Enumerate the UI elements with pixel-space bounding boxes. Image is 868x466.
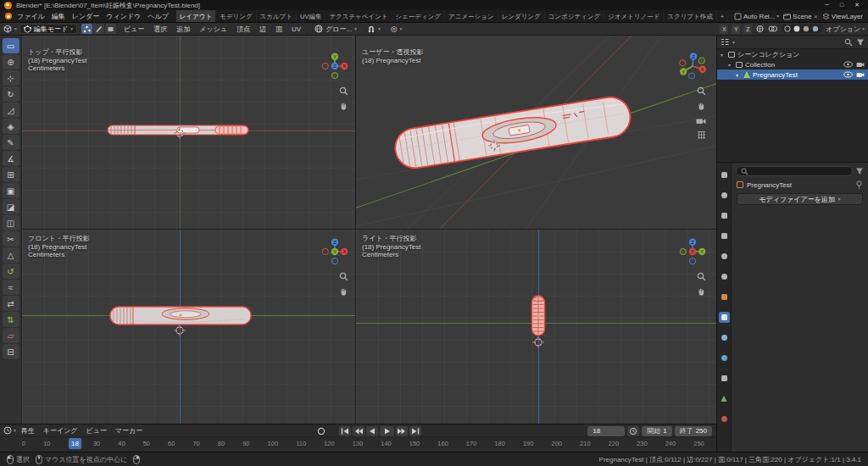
play-reverse-button[interactable] [366,426,378,436]
move-view-icon[interactable] [697,287,706,297]
workspace-tab-geometry-nodes[interactable]: ジオメトリノード [604,10,664,23]
rotate-tool[interactable]: ↻ [3,86,19,102]
jump-next-keyframe-button[interactable] [396,426,408,436]
scene-tab[interactable] [719,251,730,262]
scale-tool[interactable]: ◿ [3,103,19,118]
physics-tab[interactable] [719,352,730,363]
viewport-user[interactable]: ユーザー・透視投影 (18) PregnancyTest Z X Y [356,36,716,230]
smooth-tool[interactable]: ≈ [3,280,19,295]
jump-to-start-button[interactable] [339,426,351,436]
measure-tool[interactable]: ∡ [3,151,19,166]
solid-shading-icon[interactable] [793,25,800,32]
workspace-tab-uv[interactable]: UV編集 [297,10,326,23]
auto-rel-dropdown[interactable]: Auto Rel... ▾ [734,13,779,20]
breadcrumb-object-name[interactable]: PregnancyTest [747,181,792,189]
playhead[interactable]: 18 [69,438,81,449]
move-tool[interactable]: ⊹ [3,70,19,86]
object-data-tab[interactable] [719,393,730,404]
timeline-editor-icon[interactable] [3,426,12,435]
scene-selector[interactable]: Scene ✕ [783,13,818,20]
navigation-gizmo[interactable]: Y X Z [320,51,350,81]
current-frame-field[interactable]: 18 [587,426,625,436]
proportional-editing[interactable]: ◎ ▾ [391,25,403,33]
disable-render-icon[interactable] [856,61,865,68]
shear-tool[interactable]: ▱ [3,328,19,343]
outliner-row-collection[interactable]: ▾ Collection [717,59,868,69]
disclosure-icon[interactable]: ▾ [721,52,726,58]
workspace-tab-rendering[interactable]: レンダリング [498,10,545,23]
close-button[interactable]: ✕ [854,2,860,8]
tool-tab[interactable] [719,169,730,180]
search-icon[interactable] [844,38,853,47]
disclosure-icon[interactable]: ▾ [736,72,741,78]
zoom-icon[interactable] [697,272,706,281]
zoom-icon[interactable] [339,86,348,96]
move-view-icon[interactable] [339,287,348,297]
viewport-top[interactable]: トップ・平行投影 (18) PregnancyTest Centimeters … [22,36,356,230]
outliner-editor-icon[interactable] [721,38,729,46]
constraints-tab[interactable] [719,373,730,384]
hide-eye-icon[interactable] [843,61,853,68]
navigation-gizmo[interactable]: Z Y X [677,236,708,267]
outliner-row-scene-collection[interactable]: ▾ シーンコレクション [717,49,868,59]
pin-icon[interactable] [855,180,863,189]
filter-icon[interactable] [855,167,864,175]
zoom-icon[interactable] [339,272,348,281]
inset-faces-tool[interactable]: ▣ [3,183,19,198]
add-modifier-button[interactable]: モディファイアーを追加 ▾ [737,193,863,205]
start-frame-field[interactable]: 開始 1 [642,426,671,436]
view-layer-tab[interactable] [719,230,730,241]
disable-render-icon[interactable] [856,71,865,78]
cursor-tool[interactable]: ⊕ [3,54,19,69]
menu-view[interactable]: ビュー [83,426,110,435]
outliner-row-object[interactable]: ▾ PregnancyTest [717,69,868,80]
edge-slide-tool[interactable]: ⇄ [3,296,19,311]
workspace-tab-scripting[interactable]: スクリプト作成 [664,10,716,23]
material-tab[interactable] [719,413,730,424]
render-tab[interactable] [719,190,730,201]
poly-build-tool[interactable]: △ [3,247,19,263]
workspace-tab-animation[interactable]: アニメーション [445,10,498,23]
modifiers-tab[interactable] [719,312,730,323]
filter-icon[interactable] [856,38,865,47]
show-gizmo-icon[interactable] [755,25,765,33]
box-select-tool[interactable]: ▭ [3,38,19,53]
snapping-controls[interactable]: ▾ [367,25,381,33]
auto-keyframe-button[interactable] [315,426,327,436]
maximize-button[interactable]: □ [840,2,843,8]
menu-keying[interactable]: キーイング [40,426,81,435]
jump-to-end-button[interactable] [409,426,421,436]
viewport-front[interactable]: フロント・平行投影 (18) PregnancyTest Centimeters… [22,230,356,424]
timeline-ruler[interactable]: 0 10 20 30 40 50 60 70 80 90 100 110 120… [0,437,716,452]
add-workspace-button[interactable]: + [717,10,728,23]
zoom-icon[interactable] [697,86,706,96]
move-view-icon[interactable] [697,102,706,111]
view-layer-selector[interactable]: ViewLayer [822,13,863,20]
menu-window[interactable]: ウィンドウ [103,12,144,21]
viewport-right[interactable]: ライト・平行投影 (18) PregnancyTest Centimeters … [356,230,716,424]
workspace-tab-sculpting[interactable]: スカルプト [257,10,297,23]
edge-select-button[interactable] [93,24,104,34]
editor-type-icon[interactable] [3,25,12,33]
menu-edge[interactable]: 辺 [256,25,270,34]
menu-uv[interactable]: UV [288,25,304,33]
face-select-button[interactable] [105,24,116,34]
blender-menu-icon[interactable] [5,13,12,19]
rip-region-tool[interactable]: ⊟ [3,344,19,359]
menu-add[interactable]: 追加 [173,25,193,34]
workspace-tab-modeling[interactable]: モデリング [216,10,256,23]
menu-marker[interactable]: マーカー [112,426,146,435]
material-shading-icon[interactable] [803,25,810,32]
menu-file[interactable]: ファイル [14,12,48,21]
navigation-gizmo[interactable]: Z X Y [320,236,350,267]
world-tab[interactable] [719,271,730,282]
transform-orientation[interactable]: グロー... ▾ [314,25,357,34]
particles-tab[interactable] [719,332,730,343]
mode-selector[interactable]: 編集モード ▾ [19,24,77,34]
workspace-tab-shading[interactable]: シェーディング [392,10,446,23]
menu-vertex[interactable]: 頂点 [233,25,253,34]
workspace-tab-compositing[interactable]: コンポジティング [545,10,604,23]
extrude-tool[interactable]: ⊞ [3,167,19,182]
workspace-tab-layout[interactable]: レイアウト [176,10,216,23]
menu-edit[interactable]: 編集 [48,12,69,21]
